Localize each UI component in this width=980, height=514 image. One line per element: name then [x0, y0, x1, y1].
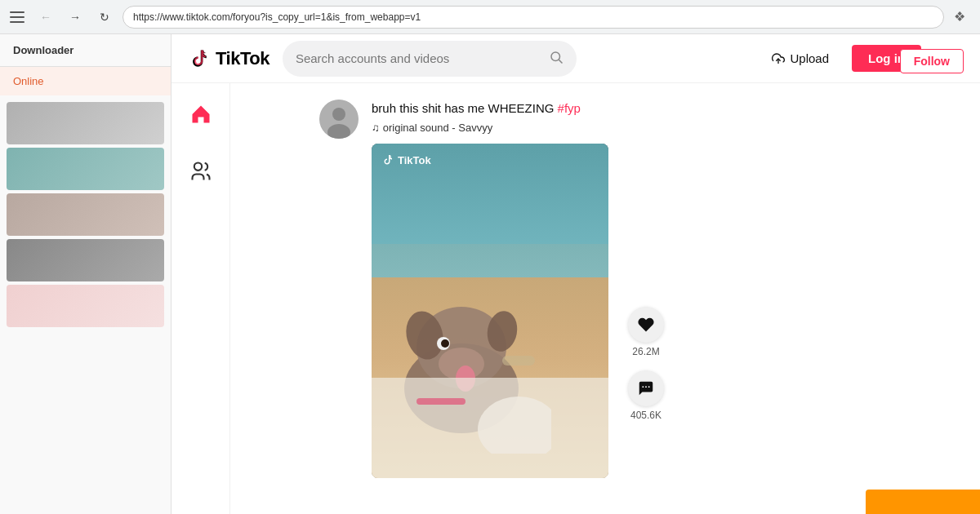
like-count: 26.2M: [632, 346, 659, 357]
video-container[interactable]: TikTok: [372, 144, 608, 478]
svg-point-15: [441, 339, 449, 348]
post-avatar[interactable]: [319, 100, 359, 139]
video-post: bruh this shit has me WHEEZING #fyp ♫ or…: [319, 100, 891, 478]
online-item[interactable]: Online: [0, 67, 171, 95]
comment-icon: [637, 379, 655, 397]
address-text: https://www.tiktok.com/foryou?is_copy_ur…: [133, 11, 421, 23]
svg-point-18: [642, 386, 644, 388]
nav-home[interactable]: [183, 96, 219, 137]
search-icon[interactable]: [549, 50, 564, 68]
downloader-header: Downloader: [0, 34, 171, 67]
address-bar[interactable]: https://www.tiktok.com/foryou?is_copy_ur…: [122, 6, 944, 29]
video-with-actions: TikTok: [372, 144, 891, 478]
extension-icon[interactable]: ❖: [954, 9, 970, 25]
watermark-text: TikTok: [398, 154, 431, 166]
forward-button[interactable]: →: [64, 6, 87, 29]
thumbnail-5: [7, 285, 164, 327]
svg-rect-17: [502, 356, 535, 366]
reload-button[interactable]: ↻: [93, 6, 116, 29]
video-background: [372, 144, 608, 478]
feed-inner: bruh this shit has me WHEEZING #fyp ♫ or…: [319, 100, 891, 498]
search-input[interactable]: [296, 51, 542, 65]
browser-sidebar: Downloader Online: [0, 34, 172, 514]
avatar-image: [319, 100, 359, 139]
thumbnail-3: [7, 193, 164, 236]
watermark-icon: [381, 153, 394, 166]
tiktok-feed: bruh this shit has me WHEEZING #fyp ♫ or…: [230, 83, 980, 514]
tiktok-body: bruh this shit has me WHEEZING #fyp ♫ or…: [172, 83, 980, 514]
comment-button[interactable]: 405.6K: [628, 370, 664, 421]
upload-icon: [772, 52, 785, 65]
tiktok-logo: TikTok: [188, 47, 270, 70]
logo-text: TikTok: [216, 48, 270, 69]
friends-icon: [189, 160, 212, 188]
upload-button[interactable]: Upload: [762, 45, 839, 72]
video-watermark: TikTok: [381, 153, 431, 166]
svg-line-2: [559, 60, 562, 63]
side-actions: 26.2M: [628, 144, 664, 478]
comment-count: 405.6K: [630, 410, 662, 421]
tiktok-header: TikTok Upload: [172, 34, 980, 83]
sidebar-thumbnails: [0, 95, 171, 514]
like-button[interactable]: 26.2M: [628, 307, 664, 357]
main-layout: Downloader Online TikTok: [0, 34, 980, 514]
svg-point-1: [551, 52, 560, 61]
caption-hashtag[interactable]: #fyp: [558, 101, 581, 115]
post-caption: bruh this shit has me WHEEZING #fyp: [372, 100, 891, 117]
extensions-area: ❖: [954, 9, 970, 25]
upload-label: Upload: [790, 51, 829, 65]
svg-point-4: [194, 163, 201, 171]
post-main: bruh this shit has me WHEEZING #fyp ♫ or…: [372, 100, 891, 478]
comment-icon-circle: [628, 370, 664, 406]
nav-friends[interactable]: [183, 153, 219, 194]
search-bar[interactable]: [283, 41, 577, 77]
thumbnail-2: [7, 148, 164, 190]
tiktok-page: TikTok Upload: [172, 34, 980, 514]
caption-text: bruh this shit has me WHEEZING: [372, 101, 558, 115]
home-icon: [189, 103, 212, 131]
svg-point-19: [645, 386, 647, 388]
music-note-icon: ♫: [372, 122, 380, 134]
heart-icon: [637, 316, 655, 334]
thumbnail-4: [7, 239, 164, 281]
svg-rect-0: [188, 47, 211, 70]
sidebar-toggle[interactable]: [10, 10, 24, 24]
sound-text: original sound - Savvyy: [383, 122, 492, 134]
tiktok-nav: [172, 83, 230, 514]
browser-chrome: ← → ↻ https://www.tiktok.com/foryou?is_c…: [0, 0, 980, 34]
collar: [416, 398, 466, 405]
post-sound[interactable]: ♫ original sound - Savvyy: [372, 122, 891, 134]
tiktok-logo-icon: [188, 47, 211, 70]
orange-action-button[interactable]: [866, 490, 980, 514]
svg-point-20: [648, 386, 650, 388]
thumbnail-1: [7, 102, 164, 144]
like-icon-circle: [628, 307, 664, 343]
svg-point-6: [332, 108, 345, 121]
shirt-area: [372, 378, 608, 478]
back-button[interactable]: ←: [34, 6, 57, 29]
